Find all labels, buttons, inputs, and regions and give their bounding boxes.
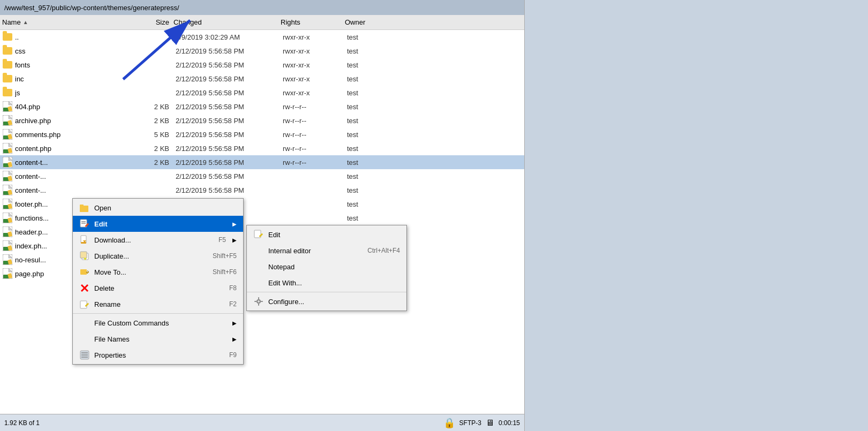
file-rights: rwxr-xr-x [283, 47, 347, 55]
file-rights: rw-r--r-- [283, 145, 347, 153]
col-header-rights[interactable]: Rights [281, 18, 345, 26]
shortcut-label: F9 [229, 351, 237, 359]
file-owner: test [347, 200, 401, 208]
submenu-item-edit-edit[interactable]: Edit [247, 226, 406, 243]
table-row[interactable]: inc 2/12/2019 5:56:58 PM rwxr-xr-x test [0, 72, 524, 86]
menu-label: File Names [94, 335, 226, 343]
duplicate-icon [79, 251, 90, 261]
col-header-changed[interactable]: Changed [173, 18, 281, 26]
submenu-label: Edit With... [268, 279, 400, 287]
php-file-icon [2, 157, 13, 168]
submenu-item-edit-with[interactable]: Edit With... [247, 275, 406, 291]
connection-icon: 🖥 [486, 418, 494, 428]
table-row[interactable]: content-... 2/12/2019 5:56:58 PM test [0, 169, 524, 183]
submenu-label: Notepad [268, 263, 400, 271]
file-owner: test [347, 47, 401, 55]
shortcut-label: Ctrl+Alt+F4 [367, 247, 400, 254]
file-rights: rw-r--r-- [283, 117, 347, 125]
file-size: 2 KB [144, 117, 176, 125]
status-bar: 1.92 KB of 1 🔒 SFTP-3 🖥 0:00:15 [0, 414, 524, 431]
shortcut-label: F2 [229, 300, 237, 308]
file-owner: test [347, 75, 401, 83]
col-header-name[interactable]: Name ▲ [2, 18, 141, 26]
rename-icon [79, 299, 90, 309]
pencil-icon [79, 218, 90, 229]
file-owner: test [347, 172, 401, 180]
delete-icon [79, 283, 90, 293]
submenu-item-notepad[interactable]: Notepad [247, 259, 406, 275]
table-row[interactable]: fonts 2/12/2019 5:56:58 PM rwxr-xr-x tes… [0, 58, 524, 72]
file-name: content-... [15, 186, 144, 194]
lock-icon: 🔒 [443, 417, 455, 429]
svg-point-81 [258, 300, 260, 303]
file-rights: rwxr-xr-x [283, 89, 347, 97]
col-header-owner[interactable]: Owner [345, 18, 398, 26]
menu-item-open[interactable]: Open [73, 200, 243, 216]
table-row[interactable]: content-... 2/12/2019 5:56:58 PM test [0, 183, 524, 197]
submenu-arrow-icon: ▶ [232, 336, 237, 342]
menu-item-delete[interactable]: Delete F8 [73, 280, 243, 296]
file-changed: 5/9/2019 3:02:29 AM [176, 33, 283, 41]
submenu-label: Internal editor [268, 247, 363, 255]
file-changed: 2/12/2019 5:56:58 PM [176, 158, 283, 167]
file-rights: rw-r--r-- [283, 103, 347, 111]
table-row[interactable]: .. 5/9/2019 3:02:29 AM rwxr-xr-x test [0, 30, 524, 44]
file-rights: rwxr-xr-x [283, 61, 347, 69]
shortcut-label: Shift+F6 [213, 268, 237, 276]
table-row[interactable]: 404.php 2 KB 2/12/2019 5:56:58 PM rw-r--… [0, 100, 524, 114]
table-row[interactable]: comments.php 5 KB 2/12/2019 5:56:58 PM r… [0, 127, 524, 141]
table-row[interactable]: css 2/12/2019 5:56:58 PM rwxr-xr-x test [0, 44, 524, 58]
submenu-item-configure[interactable]: Configure... [247, 293, 406, 309]
menu-item-moveto[interactable]: Move To... Shift+F6 [73, 264, 243, 280]
download-icon [79, 235, 90, 245]
file-owner: test [347, 145, 401, 153]
file-owner: test [347, 158, 401, 167]
menu-label: Delete [94, 284, 225, 292]
file-owner: test [347, 186, 401, 194]
sort-arrow-icon: ▲ [23, 19, 28, 25]
file-changed: 2/12/2019 5:56:58 PM [176, 145, 283, 153]
menu-item-file-custom[interactable]: File Custom Commands ▶ [73, 315, 243, 331]
file-size: 5 KB [144, 131, 176, 139]
submenu-item-internal-editor[interactable]: Internal editor Ctrl+Alt+F4 [247, 243, 406, 259]
php-file-icon [2, 115, 13, 126]
menu-item-file-names[interactable]: File Names ▶ [73, 331, 243, 347]
svg-rect-57 [80, 205, 84, 207]
php-file-icon [2, 129, 13, 140]
column-headers[interactable]: Name ▲ Size Changed Rights Owner [0, 15, 524, 30]
table-row[interactable]: archive.php 2 KB 2/12/2019 5:56:58 PM rw… [0, 114, 524, 127]
folder-icon [2, 32, 13, 42]
file-name: .. [15, 33, 144, 41]
file-size: 2 KB [144, 103, 176, 111]
folder-icon [2, 59, 13, 70]
file-owner: test [347, 214, 401, 222]
file-size: 2 KB [144, 158, 176, 167]
table-row[interactable]: content-t... 2 KB 2/12/2019 5:56:58 PM r… [0, 155, 524, 169]
file-name: css [15, 47, 144, 55]
menu-item-duplicate[interactable]: Duplicate... Shift+F5 [73, 248, 243, 264]
moveto-icon [79, 267, 90, 277]
menu-label: Duplicate... [94, 252, 208, 260]
php-file-icon [2, 199, 13, 209]
table-row[interactable]: js 2/12/2019 5:56:58 PM rwxr-xr-x test [0, 86, 524, 100]
svg-rect-72 [80, 301, 87, 308]
menu-item-properties[interactable]: Properties F9 [73, 347, 243, 363]
file-changed: 2/12/2019 5:56:58 PM [176, 172, 283, 180]
submenu-label: Edit [268, 231, 400, 239]
menu-label: Move To... [94, 268, 208, 276]
php-file-icon [2, 101, 13, 112]
no-icon [79, 317, 90, 328]
menu-label: Properties [94, 351, 225, 359]
menu-item-download[interactable]: Download... F5 ▶ [73, 232, 243, 248]
folder-open-icon [79, 202, 90, 213]
table-row[interactable]: content.php 2 KB 2/12/2019 5:56:58 PM rw… [0, 141, 524, 155]
file-changed: 2/12/2019 5:56:58 PM [176, 61, 283, 69]
svg-rect-64 [81, 242, 86, 244]
menu-item-rename[interactable]: Rename F2 [73, 296, 243, 312]
shortcut-label: F5 [218, 236, 226, 244]
svg-rect-83 [258, 304, 259, 306]
php-file-icon [2, 213, 13, 223]
col-header-size[interactable]: Size [141, 18, 173, 26]
menu-item-edit[interactable]: Edit ▶ [73, 216, 243, 232]
shortcut-label: Shift+F5 [213, 252, 237, 260]
